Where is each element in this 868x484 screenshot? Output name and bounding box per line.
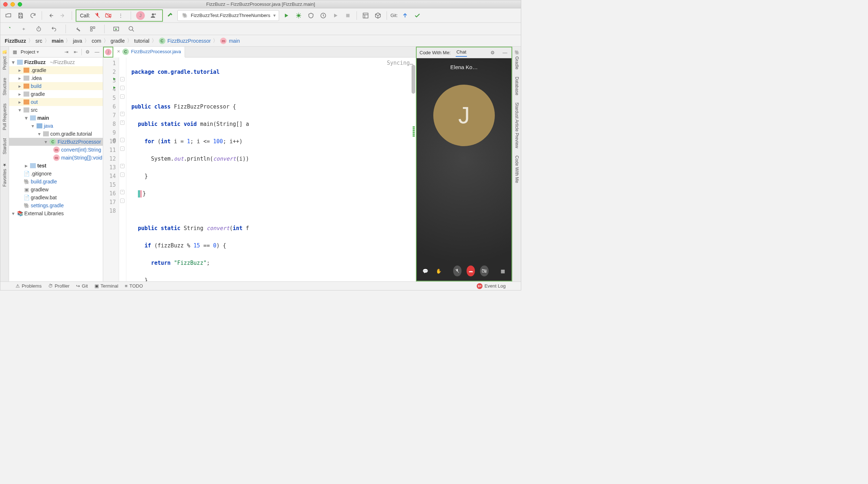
fold-end-icon[interactable]: ⌃ <box>120 112 125 116</box>
undo-icon[interactable] <box>49 24 59 34</box>
code-editor[interactable]: 123456789101112131415161718 ▶ ▶ @ - - - … <box>103 58 416 281</box>
editor-scrollbar[interactable] <box>412 65 415 94</box>
tree-root[interactable]: ▾FizzBuzz ~/FizzBuzz <box>9 58 103 66</box>
avatar-self[interactable]: J <box>136 11 145 20</box>
guest-tab[interactable]: J <box>103 47 113 58</box>
rail-stardust[interactable]: Stardust <box>2 138 7 154</box>
add-icon[interactable]: ＋ <box>18 24 29 34</box>
run-config-selector[interactable]: 🐘 FizzBuzzTest.FizzBuzzThreeNumbers ▾ <box>177 10 279 21</box>
tree-method-main[interactable]: mmain(String[]):void <box>9 154 103 162</box>
project-view-title[interactable]: Project ▾ <box>21 49 39 55</box>
rail-stardust-preview[interactable]: Stardust Article Preview <box>514 102 519 148</box>
crumb-method[interactable]: mmain <box>220 38 240 44</box>
tasks-icon[interactable] <box>88 24 98 34</box>
mic-toggle-icon[interactable] <box>453 266 462 276</box>
tree-gradle2-dir[interactable]: ▸gradle <box>9 90 103 98</box>
tree-settings-gradle[interactable]: 🐘settings.gradle <box>9 201 103 209</box>
tree-test-module[interactable]: ▸test <box>9 162 103 170</box>
fold-end-icon[interactable]: ⌃ <box>120 190 125 194</box>
tree-build-gradle[interactable]: 🐘build.gradle <box>9 178 103 186</box>
coverage-icon[interactable] <box>306 10 316 21</box>
hangup-icon[interactable] <box>467 266 475 276</box>
gear-icon[interactable]: ⚙ <box>489 49 496 56</box>
tree-class-selected[interactable]: ▾CFizzBuzzProcessor <box>9 138 103 146</box>
git-commit-icon[interactable] <box>412 10 422 21</box>
zoom-window-button[interactable] <box>18 2 22 7</box>
status-git[interactable]: ↪ Git <box>76 283 88 289</box>
fold-end-icon[interactable]: ⌃ <box>120 120 125 125</box>
gear-icon[interactable]: ⚙ <box>84 48 91 56</box>
fold-icon[interactable]: - <box>120 86 125 90</box>
cwm-tab-chat[interactable]: Chat <box>456 48 467 57</box>
rail-pull-requests[interactable]: Pull Requests <box>2 103 7 130</box>
fold-end-icon[interactable]: ⌃ <box>120 164 125 168</box>
fold-icon[interactable]: - <box>120 147 125 151</box>
crumb-class[interactable]: CFizzBuzzProcessor <box>159 38 211 44</box>
crumb-main[interactable]: main <box>52 38 64 44</box>
hide-panel-icon[interactable]: — <box>501 49 509 56</box>
fold-icon[interactable]: - <box>120 173 125 177</box>
tree-gradle-dir[interactable]: ▸.gradle <box>9 66 103 74</box>
hide-panel-icon[interactable]: — <box>93 48 101 56</box>
save-icon[interactable] <box>16 10 26 21</box>
rail-project[interactable]: Project📁 <box>2 50 7 70</box>
stop-icon[interactable] <box>343 10 353 21</box>
search-icon[interactable] <box>126 24 136 34</box>
tree-build-dir[interactable]: ▸build <box>9 82 103 90</box>
rail-gradle[interactable]: 🐘Gradle <box>514 50 519 69</box>
chat-icon[interactable]: 💬 <box>421 266 429 276</box>
camera-off-icon[interactable] <box>105 12 112 19</box>
run-gutter-icon[interactable]: ▶ <box>113 85 116 90</box>
hammer-icon[interactable] <box>165 10 175 21</box>
fold-icon[interactable]: - <box>120 138 125 142</box>
tree-external-libs[interactable]: ▾📚External Libraries <box>9 209 103 217</box>
git-update-icon[interactable] <box>400 10 410 21</box>
project-tree[interactable]: ▾FizzBuzz ~/FizzBuzz ▸.gradle ▸.idea ▸bu… <box>9 58 103 281</box>
close-window-button[interactable] <box>3 2 8 7</box>
debug-icon[interactable] <box>294 10 304 21</box>
rail-structure[interactable]: Structure <box>2 78 7 95</box>
open-icon[interactable] <box>3 10 13 21</box>
fold-icon[interactable]: - <box>120 94 125 99</box>
fold-icon[interactable]: - <box>120 77 125 81</box>
tree-main-module[interactable]: ▾main <box>9 114 103 122</box>
crumb-src[interactable]: src <box>35 38 42 44</box>
expand-icon[interactable] <box>3 24 13 34</box>
tree-gitignore[interactable]: 📄.gitignore <box>9 170 103 178</box>
tree-java-dir[interactable]: ▾java <box>9 122 103 130</box>
status-terminal[interactable]: ▣ Terminal <box>94 283 118 289</box>
crumb-java[interactable]: java <box>73 38 82 44</box>
rail-favorites[interactable]: Favorites★ <box>2 162 7 187</box>
status-event-log[interactable]: 9+Event Log <box>477 283 506 289</box>
tree-idea-dir[interactable]: ▸.idea <box>9 74 103 82</box>
status-todo[interactable]: ≡ TODO <box>125 283 143 289</box>
reload-icon[interactable] <box>28 10 38 21</box>
status-profiler[interactable]: ⏱ Profiler <box>48 283 69 289</box>
rail-code-with-me[interactable]: Code With Me <box>514 156 519 183</box>
select-opened-icon[interactable]: ⇥ <box>63 48 70 56</box>
tree-src-dir[interactable]: ▾src <box>9 106 103 114</box>
editor-tab-active[interactable]: ✕CFizzBuzzProcessor.java <box>113 47 185 58</box>
attach-icon[interactable] <box>330 10 341 21</box>
close-tab-icon[interactable]: ✕ <box>117 49 120 54</box>
profile-icon[interactable] <box>318 10 328 21</box>
collapse-all-icon[interactable]: ⇤ <box>72 48 79 56</box>
override-icon[interactable]: @ <box>113 137 116 144</box>
tree-gradlew[interactable]: ▣gradlew <box>9 186 103 194</box>
wrench-icon[interactable] <box>72 24 83 34</box>
tree-method-convert[interactable]: mconvert(int):String <box>9 146 103 154</box>
crumb-project[interactable]: FizzBuzz <box>5 38 26 44</box>
forward-icon[interactable] <box>58 10 68 21</box>
run-target-icon[interactable] <box>111 24 121 34</box>
fold-icon[interactable]: - <box>120 199 125 203</box>
crumb-tutorial[interactable]: tutorial <box>134 38 149 44</box>
mic-muted-icon[interactable] <box>94 12 101 19</box>
run-icon[interactable] <box>281 10 291 21</box>
run-gutter-icon[interactable]: ▶ <box>113 76 116 81</box>
status-problems[interactable]: ⚠ Problems <box>16 283 42 289</box>
rail-database[interactable]: Database <box>514 77 519 95</box>
tree-gradlew-bat[interactable]: 📄gradlew.bat <box>9 194 103 201</box>
package-icon[interactable] <box>373 10 383 21</box>
minimize-window-button[interactable] <box>10 2 15 7</box>
back-icon[interactable] <box>46 10 56 21</box>
